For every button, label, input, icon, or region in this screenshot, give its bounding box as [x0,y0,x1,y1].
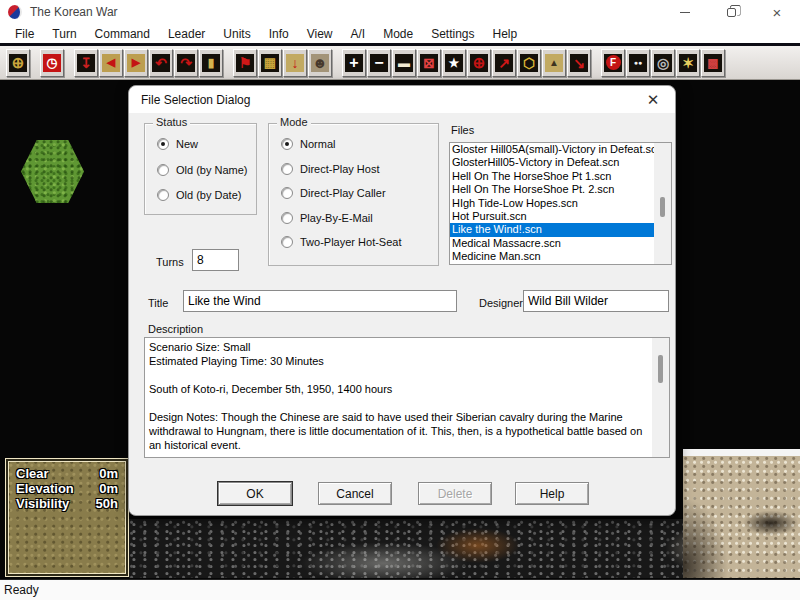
turn-timer-icon-button[interactable]: ◷ [40,49,64,77]
status-option-radio-icon [157,138,169,150]
dialog-delete-button: Delete [418,482,492,505]
map-resize-icon-button[interactable]: ↘ [567,49,591,77]
hex-outline-icon: ⬡ [520,54,538,72]
mode-option-direct-play-host[interactable]: Direct-Play Host [281,163,379,175]
objective-flag-icon: ⚑ [236,54,254,72]
status-option-label: Old (by Name) [176,164,248,176]
remove-counter-icon-button[interactable]: ⊠ [417,49,441,77]
file-item[interactable]: GlosterHill05-Victory in Defeat.scn [450,156,654,169]
menu-turn[interactable]: Turn [43,25,85,43]
menu-settings[interactable]: Settings [422,25,483,43]
files-scrollbar-thumb[interactable] [660,197,665,217]
mode-option-two-player-hot-seat[interactable]: Two-Player Hot-Seat [281,236,401,248]
file-item[interactable]: Like the Wind!.scn [450,223,654,236]
files-listbox[interactable]: Gloster Hill05A(small)-Victory in Defeat… [449,142,672,265]
tan-texture-block [683,456,800,578]
mode-option-radio-icon [281,163,293,175]
explosion-icon-button[interactable]: ✶ [676,49,700,77]
status-bar: Ready [0,579,800,600]
menu-view[interactable]: View [298,25,342,43]
close-button[interactable]: × [754,0,800,24]
dialog-cancel-button[interactable]: Cancel [318,482,392,505]
mode-option-direct-play-caller[interactable]: Direct-Play Caller [281,187,386,199]
designer-input[interactable] [523,290,669,312]
jump-arrow-icon-button[interactable]: ↗ [492,49,516,77]
app-taeguk-icon [8,5,22,19]
turn-timer-icon: ◷ [43,54,61,72]
file-item[interactable]: Hell On The HorseShoe Pt. 2.scn [450,183,654,196]
map-hex-grass[interactable] [21,140,84,203]
dialog-ok-button[interactable]: OK [218,482,292,505]
vehicle-icon-button[interactable]: ▦ [258,49,282,77]
drop-down-icon-button[interactable]: ↧ [74,49,98,77]
dialog-help-button[interactable]: Help [515,482,589,505]
menu-units[interactable]: Units [214,25,259,43]
file-item[interactable]: HIgh Tide-Low Hopes.scn [450,197,654,210]
zoom-in-icon-button[interactable]: + [342,49,366,77]
commander-portrait-icon-button[interactable]: ☻ [308,49,332,77]
prev-unit-icon-button[interactable]: ◀ [99,49,123,77]
objective-flag-icon-button[interactable]: ⚑ [233,49,257,77]
terrain-map-icon-button[interactable]: ▲ [542,49,566,77]
description-box[interactable]: Scenario Size: Small Estimated Playing T… [144,337,670,458]
mode-option-radio-icon [281,236,293,248]
file-item[interactable]: Hell On The HorseShoe Pt 1.scn [450,170,654,183]
file-item[interactable]: Hot Pursuit.scn [450,210,654,223]
unload-right-icon-button[interactable]: ↷ [174,49,198,77]
drop-down-icon: ↧ [77,54,95,72]
menu-help[interactable]: Help [484,25,527,43]
status-option-old-by-date[interactable]: Old (by Date) [157,189,241,201]
counter-view-icon-button[interactable]: ▬ [392,49,416,77]
artillery-shell-icon-button[interactable]: ▮ [199,49,223,77]
binoculars-icon: ●● [629,54,647,72]
status-option-radio-icon [157,189,169,201]
file-item[interactable]: Medicine Man.scn [450,250,654,263]
menu-a-i[interactable]: A/I [341,25,374,43]
restore-icon [727,8,736,17]
description-scrollbar-thumb[interactable] [658,355,663,383]
terrain-map-icon: ▲ [545,54,563,72]
description-scrollbar[interactable] [652,338,669,457]
mode-option-radio-icon [281,138,293,150]
target-rings-icon-button[interactable]: ⊕ [467,49,491,77]
commander-portrait-icon: ☻ [311,54,329,72]
airdrop-map-icon-button[interactable]: ↓ [283,49,307,77]
file-item[interactable]: Gloster Hill05A(small)-Victory in Defeat… [450,143,654,156]
menu-file[interactable]: File [6,25,43,43]
file-selection-dialog: File Selection Dialog ✕ Status NewOld (b… [128,85,676,516]
hex-outline-icon-button[interactable]: ⬡ [517,49,541,77]
binoculars-icon-button[interactable]: ●● [626,49,650,77]
vehicle-icon: ▦ [261,54,279,72]
turns-input[interactable] [192,249,239,271]
range-circle-icon-button[interactable]: ◎ [651,49,675,77]
menu-leader[interactable]: Leader [159,25,214,43]
zoom-out-icon: − [370,54,388,72]
jump-arrow-icon: ↗ [495,54,513,72]
minimize-button[interactable] [662,0,708,24]
terrain-info-panel: Clear0mElevation0mVisibility50h [5,458,129,577]
title-input[interactable] [183,290,457,312]
dialog-close-button[interactable]: ✕ [631,86,675,113]
mode-option-normal[interactable]: Normal [281,138,335,150]
objectives-target-icon-button[interactable]: ⊕ [6,49,30,77]
unit-stack-icon-button[interactable]: ▩ [701,49,725,77]
fire-icon-button[interactable]: F [601,49,625,77]
next-unit-icon-button[interactable]: ▶ [124,49,148,77]
unload-left-icon-button[interactable]: ↶ [149,49,173,77]
victory-star-icon-button[interactable]: ★ [442,49,466,77]
menu-mode[interactable]: Mode [374,25,422,43]
status-option-old-by-name[interactable]: Old (by Name) [157,164,248,176]
restore-button[interactable] [708,0,754,24]
mode-option-radio-icon [281,187,293,199]
menu-info[interactable]: Info [260,25,298,43]
zoom-out-icon-button[interactable]: − [367,49,391,77]
mode-option-label: Direct-Play Host [300,163,379,175]
status-option-new[interactable]: New [157,138,198,150]
mode-option-play-by-e-mail[interactable]: Play-By-E-Mail [281,212,373,224]
close-icon: × [773,5,782,20]
menu-command[interactable]: Command [86,25,159,43]
minimize-icon [680,12,690,13]
file-item[interactable]: Medical Massacre.scn [450,237,654,250]
mode-group-label: Mode [277,116,311,128]
files-scrollbar[interactable] [654,143,671,264]
